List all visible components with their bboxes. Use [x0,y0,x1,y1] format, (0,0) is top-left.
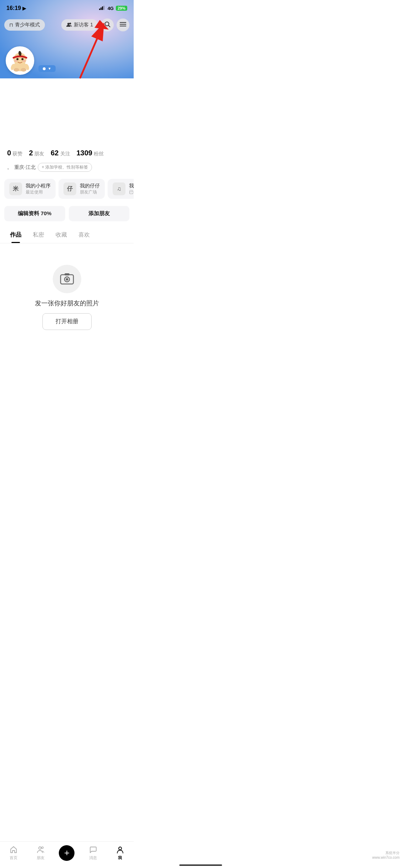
mini-app-item-2[interactable]: ♫ 我的 已收 [108,179,134,199]
photo-icon [60,273,74,285]
svg-line-7 [109,25,110,27]
add-friend-label: 添加朋友 [88,210,110,216]
mini-app-sub-2: 已收 [129,189,134,195]
add-tag-button[interactable]: + 添加学校、性别等标签 [38,163,92,172]
svg-point-23 [14,68,19,72]
mini-app-sub-0: 最近使用 [26,189,51,195]
friends-label: 朋友 [34,151,44,157]
action-buttons: 编辑资料 70% 添加朋友 [0,202,134,226]
open-album-button[interactable]: 打开相册 [42,313,92,330]
following-count: 62 [51,149,58,157]
friends-stat[interactable]: 2 朋友 [29,149,44,157]
tab-works[interactable]: 作品 [4,227,27,243]
signal-bars [99,6,106,11]
time-display: 16:19 [6,5,21,11]
visitor-icon [66,22,72,28]
svg-point-28 [66,278,68,281]
followers-count: 1309 [77,149,93,157]
search-icon [104,21,110,29]
tags-row: 。 重庆·江北 + 添加学校、性别等标签 [0,161,134,176]
svg-point-5 [70,22,71,24]
mini-app-info-1: 我的仔仔 朋友广场 [80,183,100,195]
bio-dot: 。 [7,164,12,171]
svg-point-19 [14,60,17,62]
dropdown-arrow: ▼ [48,67,51,71]
tab-favorites[interactable]: 收藏 [50,227,73,243]
menu-button[interactable] [117,19,129,31]
mini-app-icon-0: 米 [9,182,22,195]
empty-state: 发一张你好朋友的照片 打开相册 [0,243,134,344]
youth-mode-label: 青少年模式 [15,22,40,28]
mini-app-icon-2: ♫ [113,182,125,195]
location-tag: 重庆·江北 [14,164,36,171]
open-album-label: 打开相册 [56,318,78,324]
svg-rect-1 [101,7,102,10]
svg-point-4 [67,23,70,25]
mini-app-name-0: 我的小程序 [26,183,51,189]
svg-point-24 [21,68,26,72]
empty-text: 发一张你好朋友的照片 [35,299,99,308]
svg-rect-27 [65,273,70,275]
menu-icon [120,21,126,29]
network-type: 4G [108,6,114,11]
tab-private[interactable]: 私密 [27,227,50,243]
edit-profile-button[interactable]: 编辑资料 70% [4,206,65,221]
mini-app-item-1[interactable]: 仔 我的仔仔 朋友广场 [58,179,105,199]
mini-app-icon-1: 仔 [63,182,76,195]
avatar-area: ▼ [6,46,56,75]
mini-apps-row: 米 我的小程序 最近使用 仔 我的仔仔 朋友广场 ♫ 我的 已收 [0,176,134,202]
online-dot [43,67,46,70]
likes-stat[interactable]: 0 获赞 [7,149,22,157]
followers-stat[interactable]: 1309 粉丝 [77,149,104,157]
svg-point-20 [23,60,26,62]
status-right: 4G 29% [99,6,127,11]
svg-rect-0 [99,9,100,10]
mini-app-sub-1: 朋友广场 [80,189,100,195]
location-icon: ▶ [22,6,26,11]
avatar[interactable] [6,46,34,75]
add-friend-button[interactable]: 添加朋友 [69,206,130,221]
svg-point-18 [21,58,24,60]
svg-point-17 [16,58,19,60]
new-visitor-button[interactable]: 新访客 1 [61,19,98,31]
following-stat[interactable]: 62 关注 [51,149,70,157]
mini-app-name-1: 我的仔仔 [80,183,100,189]
empty-icon [53,265,81,293]
add-tag-label: + 添加学校、性别等标签 [42,164,88,170]
new-visitor-label: 新访客 1 [74,22,93,28]
likes-label: 获赞 [12,151,22,157]
mini-app-item-0[interactable]: 米 我的小程序 最近使用 [4,179,56,199]
youth-mode-button[interactable]: ⊓ 青少年模式 [4,19,45,31]
mini-app-info-2: 我的 已收 [129,183,134,195]
mini-app-info-0: 我的小程序 最近使用 [26,183,51,195]
likes-count: 0 [7,149,11,157]
battery-badge: 29% [116,6,127,11]
main-card: 0 获赞 2 朋友 62 关注 1309 粉丝 。 重庆·江北 + 添加学校、性… [0,143,134,373]
avatar-image [8,48,32,73]
header: ⊓ 青少年模式 新访客 1 [0,16,134,34]
search-button[interactable] [101,19,114,31]
name-area[interactable]: ▼ [38,65,56,72]
status-time: 16:19 ▶ [6,5,26,11]
followers-label: 粉丝 [94,151,104,157]
mini-app-name-2: 我的 [129,183,134,189]
stats-row: 0 获赞 2 朋友 62 关注 1309 粉丝 [0,143,134,161]
following-label: 关注 [60,151,70,157]
svg-rect-3 [103,6,104,10]
youth-mode-icon: ⊓ [9,22,13,28]
edit-profile-label: 编辑资料 70% [18,210,51,216]
friends-count: 2 [29,149,33,157]
tabs-row: 作品 私密 收藏 喜欢 [0,227,134,243]
status-bar: 16:19 ▶ 4G 29% [0,0,134,14]
svg-rect-2 [102,6,103,10]
tab-likes[interactable]: 喜欢 [73,227,96,243]
